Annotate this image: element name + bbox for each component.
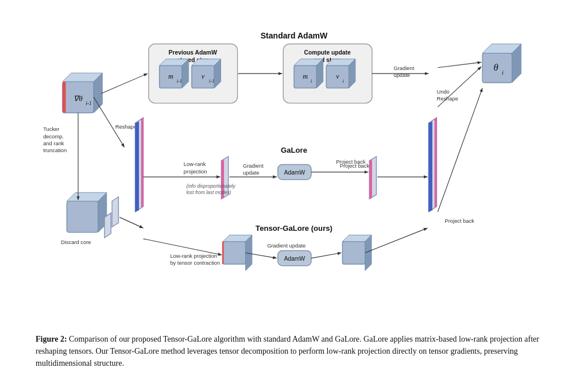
svg-text:update: update — [243, 170, 260, 176]
svg-text:v: v — [202, 72, 205, 80]
svg-text:AdamW: AdamW — [284, 256, 305, 262]
svg-text:i-1: i-1 — [177, 78, 182, 84]
svg-text:Reshape: Reshape — [436, 96, 458, 102]
svg-marker-81 — [112, 197, 118, 227]
svg-text:i: i — [502, 69, 504, 76]
svg-marker-46 — [135, 122, 139, 212]
svg-line-84 — [101, 73, 148, 94]
svg-text:v: v — [336, 72, 339, 80]
svg-text:m: m — [303, 72, 308, 80]
svg-text:(info disproportionately: (info disproportionately — [187, 183, 236, 189]
svg-text:and rank: and rank — [43, 141, 64, 146]
svg-marker-50 — [435, 118, 437, 208]
svg-text:Compute update: Compute update — [304, 49, 351, 56]
caption-text: Comparison of our proposed Tensor-GaLore… — [36, 335, 539, 367]
svg-marker-49 — [428, 122, 432, 212]
svg-text:m: m — [168, 72, 173, 80]
svg-text:decomp.: decomp. — [43, 134, 64, 140]
svg-rect-75 — [342, 242, 365, 264]
svg-rect-68 — [223, 242, 245, 264]
svg-line-89 — [438, 62, 481, 67]
svg-text:Gradient update: Gradient update — [267, 243, 305, 249]
svg-text:truncation: truncation — [43, 148, 67, 153]
svg-line-102 — [311, 253, 342, 258]
svg-text:by tensor contraction: by tensor contraction — [170, 260, 220, 266]
svg-marker-47 — [141, 118, 144, 208]
svg-text:update: update — [393, 72, 410, 78]
svg-text:Project back: Project back — [445, 218, 475, 224]
figure-caption: Figure 2: Comparison of our proposed Ten… — [36, 333, 552, 369]
svg-marker-77 — [365, 235, 372, 270]
svg-line-92 — [438, 67, 481, 107]
svg-line-103 — [365, 228, 428, 253]
svg-line-99 — [119, 217, 143, 228]
svg-marker-62 — [369, 160, 372, 199]
svg-line-93 — [94, 97, 124, 147]
svg-marker-82 — [105, 213, 111, 238]
svg-text:Discard core: Discard core — [61, 239, 91, 245]
svg-text:Reshape: Reshape — [115, 124, 137, 130]
page: Standard AdamW Previous AdamW stored ste… — [18, 2, 570, 381]
svg-text:∇θ: ∇θ — [74, 94, 83, 103]
svg-line-104 — [438, 88, 482, 212]
caption-label: Figure 2: — [36, 335, 67, 343]
svg-text:Tensor-GaLore (ours): Tensor-GaLore (ours) — [256, 224, 332, 233]
svg-text:projection: projection — [184, 169, 207, 175]
svg-text:θ: θ — [493, 62, 498, 73]
svg-text:Gradient: Gradient — [243, 163, 264, 169]
svg-text:Low-rank: Low-rank — [184, 161, 206, 167]
svg-text:i-1: i-1 — [86, 100, 91, 106]
svg-text:i-1: i-1 — [209, 78, 214, 84]
svg-text:Undo: Undo — [436, 89, 449, 95]
svg-text:GaLore: GaLore — [281, 146, 307, 154]
svg-text:AdamW: AdamW — [284, 169, 305, 176]
svg-text:Previous AdamW: Previous AdamW — [169, 49, 218, 56]
svg-text:Low-rank projection: Low-rank projection — [170, 253, 217, 259]
svg-rect-78 — [67, 201, 98, 232]
svg-text:Standard AdamW: Standard AdamW — [261, 31, 328, 40]
svg-text:Tucker: Tucker — [43, 126, 59, 132]
svg-text:Project back: Project back — [336, 159, 366, 165]
diagram-area: Standard AdamW Previous AdamW stored ste… — [36, 14, 552, 324]
svg-text:Gradient: Gradient — [393, 65, 414, 71]
svg-rect-37 — [63, 82, 66, 113]
svg-text:lost from last modes): lost from last modes) — [187, 189, 231, 195]
